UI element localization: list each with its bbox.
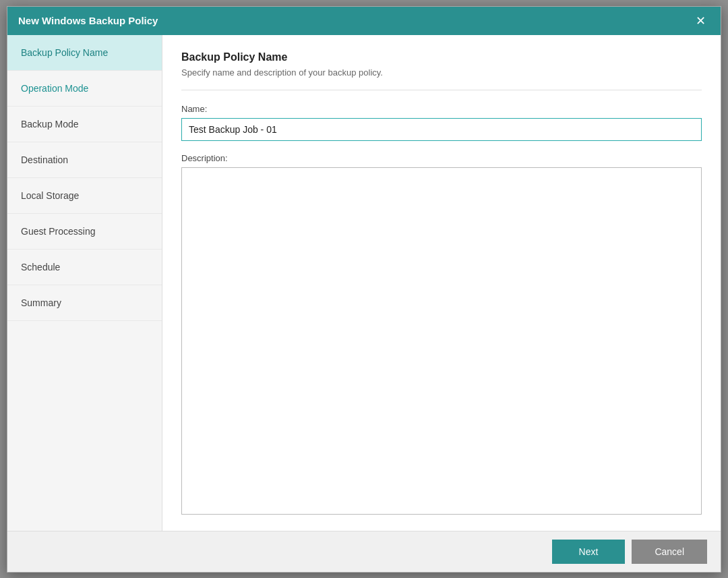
cancel-button[interactable]: Cancel <box>632 540 707 564</box>
main-content: Backup Policy Name Specify name and desc… <box>162 35 721 531</box>
name-label: Name: <box>181 104 702 114</box>
close-button[interactable]: ✕ <box>692 13 710 28</box>
dialog-footer: Next Cancel <box>7 531 721 572</box>
description-label: Description: <box>181 153 702 163</box>
sidebar: Backup Policy Name Operation Mode Backup… <box>7 35 162 531</box>
sidebar-item-schedule[interactable]: Schedule <box>7 250 162 285</box>
sidebar-item-summary[interactable]: Summary <box>7 285 162 321</box>
sidebar-item-local-storage[interactable]: Local Storage <box>7 178 162 214</box>
name-input[interactable] <box>181 118 702 141</box>
sidebar-item-backup-policy-name[interactable]: Backup Policy Name <box>7 35 162 71</box>
content-title: Backup Policy Name <box>181 51 702 63</box>
description-textarea[interactable] <box>181 167 702 515</box>
dialog-body: Backup Policy Name Operation Mode Backup… <box>7 35 721 531</box>
content-subtitle: Specify name and description of your bac… <box>181 67 702 78</box>
dialog-overlay: New Windows Backup Policy ✕ Backup Polic… <box>0 0 728 578</box>
dialog: New Windows Backup Policy ✕ Backup Polic… <box>7 6 721 573</box>
sidebar-item-destination[interactable]: Destination <box>7 142 162 178</box>
sidebar-item-operation-mode[interactable]: Operation Mode <box>7 71 162 107</box>
section-divider <box>181 90 702 90</box>
dialog-titlebar: New Windows Backup Policy ✕ <box>7 7 721 35</box>
sidebar-item-backup-mode[interactable]: Backup Mode <box>7 107 162 142</box>
sidebar-item-guest-processing[interactable]: Guest Processing <box>7 214 162 250</box>
dialog-title: New Windows Backup Policy <box>18 15 158 26</box>
next-button[interactable]: Next <box>552 540 626 564</box>
